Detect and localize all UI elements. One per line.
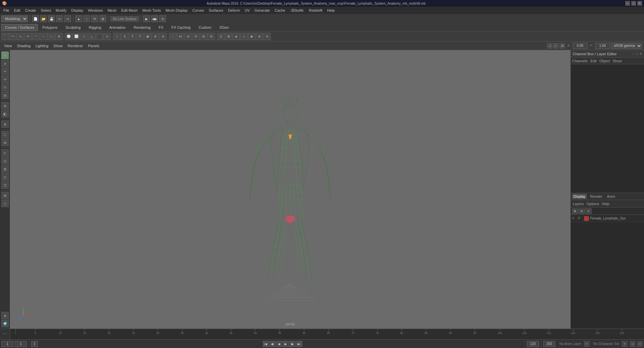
plane-btn[interactable]: ⬛ [96, 33, 103, 40]
current-frame-input[interactable] [15, 341, 27, 347]
layer-options-btn[interactable]: ≡ [585, 208, 591, 214]
paint-tool-btn[interactable]: ✏ [1, 68, 9, 75]
helix-btn[interactable]: ⊕ [55, 33, 63, 40]
grid-btn[interactable]: ⊞ [1, 192, 9, 199]
maximize-button[interactable]: □ [631, 1, 636, 6]
layer-visibility[interactable]: V [572, 216, 577, 220]
tab-xgen[interactable]: XGen [216, 24, 232, 31]
bevel-btn[interactable]: ⊼ [129, 33, 136, 40]
help-label[interactable]: Help [602, 202, 610, 206]
curve-ep-btn[interactable]: 〜 [9, 33, 16, 40]
nav-btn2[interactable]: 🌍 [1, 320, 9, 327]
camera-next-btn[interactable]: ▷ [553, 43, 559, 49]
timeline-scale[interactable]: 1510152025303540455055606570758085909510… [10, 329, 644, 339]
menu-mesh-display[interactable]: Mesh Display [164, 8, 190, 13]
snap-point-btn[interactable]: ◈ [233, 33, 240, 40]
end-frame-input[interactable] [527, 341, 539, 347]
menu-mesh[interactable]: Mesh [105, 8, 118, 13]
lighting-menu[interactable]: Lighting [33, 43, 51, 49]
pencil-curve-btn[interactable]: ✏ [24, 33, 32, 40]
move-tool-btn[interactable]: ✛ [1, 76, 9, 83]
tab-polygons[interactable]: Polygons [38, 24, 61, 31]
menu-file[interactable]: File [1, 8, 11, 13]
open-scene-btn[interactable]: 📂 [40, 15, 47, 22]
layer-pickable[interactable]: P [578, 216, 583, 220]
menu-uv[interactable]: UV [243, 8, 252, 13]
delete-layer-btn[interactable]: ⊖ [579, 208, 585, 214]
step-back-btn[interactable]: ◀| [269, 341, 275, 347]
quad-view-btn[interactable]: ⊞ [1, 139, 9, 146]
char-set-key-btn[interactable]: ⊕ [630, 341, 635, 347]
rotate-tool-btn[interactable]: ↻ [1, 84, 9, 91]
coord-x-input[interactable]: 0.00 [573, 43, 587, 49]
menu-select[interactable]: Select [39, 8, 53, 13]
snap-grid-btn[interactable]: ⊡ [217, 33, 225, 40]
view-cube-btn[interactable]: ⬡ [1, 131, 9, 138]
options-label[interactable]: Options [586, 202, 599, 206]
range-start-input[interactable] [1, 341, 13, 347]
cylinder-btn[interactable]: ⬡ [80, 33, 88, 40]
square-btn[interactable]: □ [48, 33, 55, 40]
panels-menu[interactable]: Panels [86, 43, 101, 49]
symmetry-btn[interactable]: ⊖ [263, 33, 271, 40]
bridge-btn[interactable]: ⊽ [136, 33, 144, 40]
layers-label[interactable]: Layers [573, 202, 584, 206]
mode-dropdown[interactable]: Modeling [1, 15, 28, 22]
render-tab[interactable]: Render [589, 194, 603, 199]
tab-fx-caching[interactable]: FX Caching [168, 24, 194, 31]
tab-rendering[interactable]: Rendering [130, 24, 154, 31]
curve-bezier-btn[interactable]: ∿ [17, 33, 24, 40]
tab-custom[interactable]: Custom [195, 24, 215, 31]
lasso-tool-btn[interactable]: ⌀ [1, 60, 9, 67]
channels-tab[interactable]: Channels [572, 59, 587, 63]
step-fwd-btn[interactable]: |▶ [290, 341, 296, 347]
menu-redshift[interactable]: Redshift [307, 8, 324, 13]
shrinkwrap-btn[interactable]: ⊞ [200, 33, 207, 40]
undo-btn[interactable]: ↩ [56, 15, 63, 22]
wire-btn[interactable]: ⊚ [192, 33, 199, 40]
universal-tool-btn[interactable]: ⊕ [1, 102, 9, 109]
merge-btn[interactable]: ⊗ [152, 33, 159, 40]
panel-btn2[interactable]: ⊡ [1, 157, 9, 165]
sphere-btn[interactable]: ⚪ [65, 33, 72, 40]
menu-edit[interactable]: Edit [12, 8, 22, 13]
shading-menu[interactable]: Shading [15, 43, 32, 49]
channel-box-close[interactable]: ✕ [639, 52, 642, 56]
render3-btn[interactable]: ⊙ [159, 15, 166, 22]
tab-curves-surfaces[interactable]: Curves / Surfaces [1, 24, 38, 31]
split-btn[interactable]: ⊘ [159, 33, 167, 40]
wireframe-btn[interactable]: ◻ [1, 200, 9, 207]
curve-cv-btn[interactable]: ⌒ [1, 33, 9, 40]
snap-surface-btn[interactable]: ◇ [240, 33, 248, 40]
menu-cache[interactable]: Cache [272, 8, 287, 13]
menu-edit-mesh[interactable]: Edit Mesh [119, 8, 140, 13]
cone-btn[interactable]: △ [88, 33, 95, 40]
layer-color-swatch[interactable] [584, 216, 589, 221]
translate-btn[interactable]: ↕ [83, 15, 90, 22]
select-mode-btn[interactable]: ▲ [75, 15, 82, 22]
channel-box-minimize[interactable]: ─ [632, 52, 635, 56]
cluster-btn[interactable]: ⊟ [208, 33, 215, 40]
panel-btn1[interactable]: ≡ [1, 149, 9, 157]
render2-btn[interactable]: ◀▶ [151, 15, 158, 22]
minimize-button[interactable]: ─ [625, 1, 630, 6]
menu-windows[interactable]: Windows [86, 8, 105, 13]
snap-curve-btn[interactable]: ⊠ [225, 33, 232, 40]
show-menu[interactable]: Show [52, 43, 65, 49]
object-tab[interactable]: Object [599, 59, 610, 63]
lattice-btn[interactable]: ⋈ [177, 33, 184, 40]
menu-mesh-tools[interactable]: Mesh Tools [140, 8, 163, 13]
go-start-btn[interactable]: |◀ [263, 341, 269, 347]
menu-display[interactable]: Display [69, 8, 85, 13]
char-set-btn[interactable]: ▼ [622, 341, 627, 347]
display-tab[interactable]: Display [572, 194, 587, 199]
go-end-btn[interactable]: ▶| [296, 341, 302, 347]
wrap-btn[interactable]: ⊛ [184, 33, 192, 40]
snap-btn[interactable]: ⊗ [1, 120, 9, 128]
edit-tab[interactable]: Edit [590, 59, 596, 63]
arc-tool-btn[interactable]: ◠ [32, 33, 39, 40]
save-scene-btn[interactable]: 💾 [48, 15, 55, 22]
panel-btn3[interactable]: ⊠ [1, 165, 9, 173]
move-btn[interactable]: ⊹ [113, 33, 120, 40]
render-btn[interactable]: ▶ [143, 15, 150, 22]
